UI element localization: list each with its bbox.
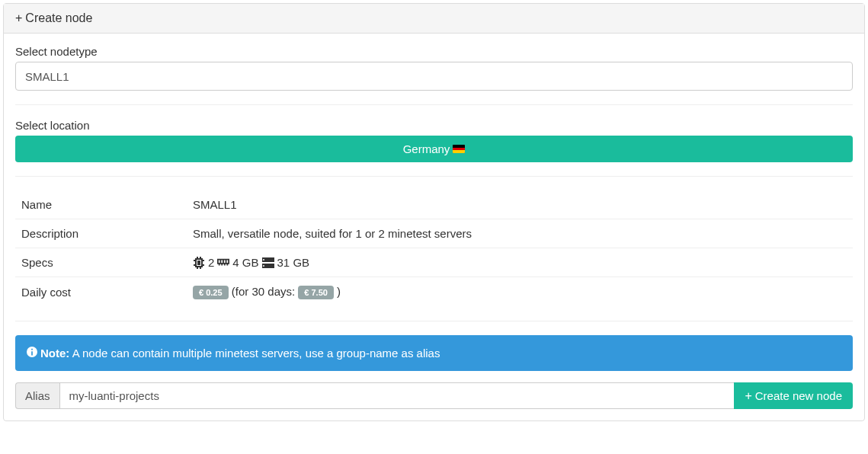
create-new-node-button[interactable]: Create new node [734, 382, 853, 409]
nodetype-select[interactable]: SMALL1 [15, 62, 853, 91]
alias-input-group: Alias Create new node [15, 382, 853, 409]
location-germany-button[interactable]: Germany [15, 136, 853, 162]
disk-icon [262, 257, 274, 269]
table-row-cost: Daily cost € 0.25 (for 30 days: € 7.50 ) [15, 277, 853, 308]
nodetype-label: Select nodetype [15, 45, 853, 58]
divider [15, 321, 853, 321]
memory-value: 4 GB [232, 256, 258, 269]
panel-title: Create node [25, 11, 92, 25]
alias-addon-label: Alias [15, 382, 59, 409]
create-button-label: Create new node [755, 389, 842, 402]
cost-value: € 0.25 (for 30 days: € 7.50 ) [187, 277, 853, 308]
cpu-value: 2 [208, 256, 214, 269]
table-row-description: Description Small, versatile node, suite… [15, 219, 853, 248]
specs-label: Specs [15, 248, 187, 277]
name-label: Name [15, 190, 187, 219]
note-text: A node can contain multiple minetest ser… [72, 347, 440, 360]
divider [15, 176, 853, 177]
details-table: Name SMALL1 Description Small, versatile… [15, 190, 853, 307]
note-alert: Note: A node can contain multiple minete… [15, 335, 853, 371]
daily-cost-badge: € 0.25 [193, 286, 229, 299]
description-label: Description [15, 219, 187, 248]
description-value: Small, versatile node, suited for 1 or 2… [187, 219, 853, 248]
panel-header: Create node [4, 4, 864, 34]
location-button-text: Germany [403, 142, 450, 155]
memory-icon [217, 257, 229, 269]
divider [15, 104, 853, 105]
cost-period-prefix: (for 30 days: [232, 285, 295, 298]
monthly-cost-badge: € 7.50 [298, 286, 334, 299]
table-row-specs: Specs 2 4 GB 31 GB [15, 248, 853, 277]
location-label: Select location [15, 119, 853, 132]
alias-input[interactable] [59, 382, 735, 409]
flag-germany-icon [453, 145, 465, 153]
disk-value: 31 GB [277, 256, 310, 269]
info-icon [27, 347, 37, 360]
plus-icon [15, 11, 22, 25]
note-label: Note: [40, 347, 69, 360]
specs-value: 2 4 GB 31 GB [193, 256, 847, 269]
cpu-icon [193, 257, 205, 269]
cost-label: Daily cost [15, 277, 187, 308]
create-node-panel: Create node Select nodetype SMALL1 Selec… [3, 3, 865, 421]
table-row-name: Name SMALL1 [15, 190, 853, 219]
plus-icon [745, 389, 751, 403]
cost-period-suffix: ) [337, 285, 341, 298]
name-value: SMALL1 [187, 190, 853, 219]
